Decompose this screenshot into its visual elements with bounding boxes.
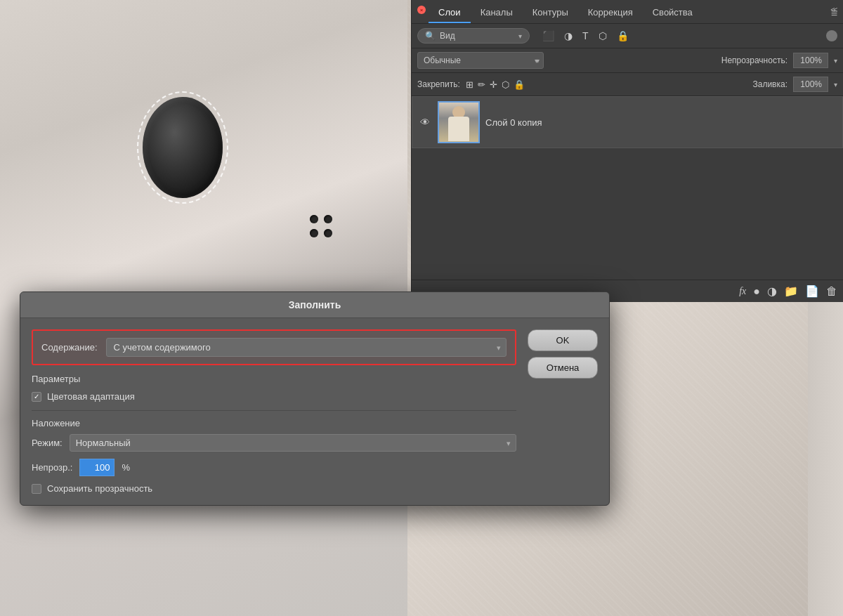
dialog-opacity-row: Непрозр.: % (32, 459, 516, 476)
button-hole-1 (310, 215, 318, 223)
dialog-opacity-pct: % (122, 462, 130, 473)
lock-paint-icon[interactable]: ✏ (478, 79, 485, 90)
layers-area: 👁 Слой 0 копия (412, 96, 843, 148)
filter-smart-icon[interactable]: 🔒 (614, 29, 632, 43)
color-adapt-checkbox[interactable] (32, 392, 41, 402)
filter-shape-icon[interactable]: ⬡ (596, 29, 610, 43)
new-group-icon[interactable]: 📁 (784, 284, 798, 298)
fill-label: Заливка: (752, 79, 788, 89)
fx-icon[interactable]: fx (739, 286, 746, 297)
opacity-value[interactable]: 100% (793, 53, 828, 68)
opacity-label: Непрозрачность: (721, 55, 788, 65)
button-holes (304, 209, 339, 244)
fill-value[interactable]: 100% (793, 77, 828, 92)
opacity-dropdown-arrow[interactable]: ▾ (834, 57, 837, 65)
layer-filter-row: 🔍 Вид ▾ ⬛ ◑ T ⬡ 🔒 (412, 24, 843, 48)
blend-section: Наложение Режим: Нормальный Растворение … (32, 418, 516, 494)
ps-panel: × ≪ Слои Каналы Контуры Коррекция Свойст… (411, 0, 843, 302)
layer-visibility-eye[interactable]: 👁 (418, 117, 432, 128)
dialog-opacity-input[interactable] (79, 459, 115, 476)
content-select-wrapper: С учетом содержимого Цвет переднего план… (106, 338, 507, 357)
blend-opacity-row: Обычные ▾ Непрозрачность: 100% ▾ (412, 48, 843, 73)
filter-toggle[interactable] (826, 30, 837, 41)
blend-mode-select-wrapper: Нормальный Растворение Умножение (70, 434, 516, 452)
filter-pixel-icon[interactable]: ⬛ (540, 29, 557, 43)
filter-adjust-icon[interactable]: ◑ (561, 29, 575, 43)
fill-dropdown-arrow[interactable]: ▾ (834, 81, 837, 89)
blend-mode-dropdown-wrapper: Обычные ▾ (417, 52, 544, 69)
delete-layer-icon[interactable]: 🗑 (826, 285, 837, 298)
blend-mode-row: Режим: Нормальный Растворение Умножение (32, 434, 516, 452)
layer-thumbnail (438, 101, 480, 143)
dialog-right-column: OK Отмена (528, 329, 598, 494)
tab-channels[interactable]: Каналы (471, 3, 523, 23)
layer-name: Слой 0 копия (485, 117, 542, 128)
cancel-button[interactable]: Отмена (528, 357, 598, 379)
new-layer-icon[interactable]: 📄 (805, 284, 819, 298)
panel-close-button[interactable]: × (417, 6, 426, 14)
lock-row: Закрепить: ⊞ ✏ ✛ ⬡ 🔒 Заливка: 100% ▾ (412, 73, 843, 96)
dialog-titlebar: Заполнить (20, 292, 609, 318)
color-adapt-row: Цветовая адаптация (32, 391, 516, 402)
params-label: Параметры (32, 374, 516, 384)
layer-thumb-content (439, 103, 478, 142)
dialog-body: Содержание: С учетом содержимого Цвет пе… (20, 318, 609, 505)
lock-move-icon[interactable]: ✛ (490, 79, 497, 90)
dialog-blend-mode-select[interactable]: Нормальный Растворение Умножение (70, 434, 516, 452)
lock-label: Закрепить: (417, 79, 460, 89)
new-fill-adjustment-icon[interactable]: ● (753, 285, 760, 298)
blend-mode-label: Режим: (32, 438, 63, 448)
color-adapt-label: Цветовая адаптация (47, 391, 135, 402)
lock-pixels-icon[interactable]: ⊞ (466, 79, 473, 90)
preserve-transparency-row: Сохранить прозрачность (32, 483, 516, 494)
tab-correction[interactable]: Коррекция (578, 3, 643, 23)
button-hole-4 (324, 229, 332, 237)
params-section: Параметры Цветовая адаптация (32, 374, 516, 402)
preserve-transparency-checkbox[interactable] (32, 484, 41, 494)
search-kind-label: Вид (440, 31, 455, 41)
panel-tabs-row: Слои Каналы Контуры Коррекция Свойства ≡ (412, 0, 843, 24)
dialog-opacity-label: Непрозр.: (32, 462, 72, 473)
lock-icons-group: ⊞ ✏ ✛ ⬡ 🔒 (466, 79, 525, 90)
layer-search-box[interactable]: 🔍 Вид ▾ (417, 28, 530, 44)
ok-button[interactable]: OK (528, 329, 598, 351)
lock-all-icon[interactable]: 🔒 (514, 79, 525, 90)
tab-paths[interactable]: Контуры (523, 3, 578, 23)
search-icon: 🔍 (425, 31, 436, 41)
button-hole-3 (310, 229, 318, 237)
layer-item[interactable]: 👁 Слой 0 копия (412, 96, 843, 148)
section-divider (32, 410, 516, 411)
blend-mode-select[interactable]: Обычные (417, 52, 544, 69)
button-hole-2 (324, 215, 332, 223)
search-dropdown-arrow: ▾ (518, 32, 522, 40)
content-row: Содержание: С учетом содержимого Цвет пе… (32, 329, 516, 365)
blend-section-label: Наложение (32, 418, 516, 428)
tab-properties[interactable]: Свойства (643, 3, 702, 23)
filter-text-icon[interactable]: T (580, 29, 592, 43)
adjustment-icon[interactable]: ◑ (767, 284, 777, 298)
dialog-title: Заполнить (289, 299, 341, 310)
preserve-transparency-label: Сохранить прозрачность (47, 483, 152, 494)
button-object (143, 97, 223, 198)
dialog-left-column: Содержание: С учетом содержимого Цвет пе… (32, 329, 516, 494)
filter-icons: ⬛ ◑ T ⬡ 🔒 (540, 29, 632, 43)
content-select[interactable]: С учетом содержимого Цвет переднего план… (106, 338, 507, 357)
fill-dialog: Заполнить Содержание: С учетом содержимо… (20, 291, 610, 506)
panel-collapse-button[interactable]: ≪ (830, 6, 837, 13)
lock-artboard-icon[interactable]: ⬡ (502, 79, 509, 90)
tab-layers[interactable]: Слои (429, 3, 471, 23)
content-label: Содержание: (41, 342, 98, 353)
